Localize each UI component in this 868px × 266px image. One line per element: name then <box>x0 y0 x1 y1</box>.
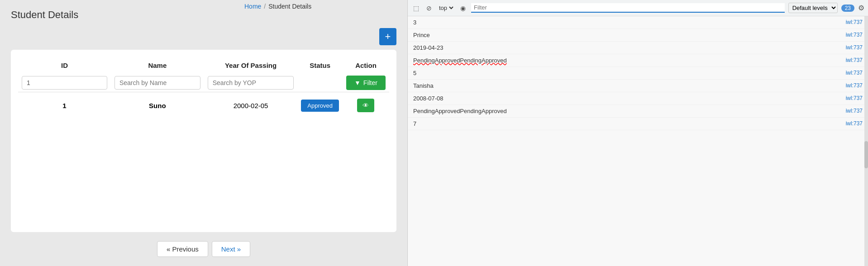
devtools-entry: 7 iwl:737 <box>408 118 868 130</box>
devtools-entry: 5 iwl:737 <box>408 67 868 80</box>
devtools-filter-input[interactable] <box>471 3 785 13</box>
row-yop: 2000-02-05 <box>204 92 298 119</box>
row-name: Suno <box>111 92 204 119</box>
status-button[interactable]: Approved <box>301 100 339 112</box>
col-action: Action <box>343 57 389 74</box>
col-id: ID <box>18 57 111 74</box>
devtools-toolbar: ⬚ ⊘ top ◉ Default levels 23 ⚙ <box>408 0 868 16</box>
entry-link[interactable]: iwl:737 <box>846 57 863 63</box>
add-button[interactable]: + <box>379 28 396 45</box>
entry-link[interactable]: iwl:737 <box>846 120 863 127</box>
filter-row: ▼ Filter <box>18 74 389 92</box>
visible-icon-button[interactable]: ◉ <box>458 4 467 13</box>
entry-text-underline: PendingApprovedPendingApproved <box>413 57 840 64</box>
eye-icon: 👁 <box>362 102 369 109</box>
entry-text: 3 <box>413 19 840 26</box>
right-panel: ⬚ ⊘ top ◉ Default levels 23 ⚙ 3 iwl:737 … <box>407 0 868 266</box>
message-counter: 23 <box>841 5 854 12</box>
table-container: ID Name Year Of Passing Status Action <box>11 50 396 232</box>
entry-text: 7 <box>413 120 840 127</box>
row-status-cell: Approved <box>297 92 343 119</box>
table-row: 1 Suno 2000-02-05 Approved 👁 <box>18 92 389 119</box>
entry-link[interactable]: iwl:737 <box>846 19 863 25</box>
entry-text: 2019-04-23 <box>413 44 840 51</box>
devtools-content: 3 iwl:737 Prince iwl:737 2019-04-23 iwl:… <box>408 16 868 266</box>
scrollbar-track[interactable] <box>864 16 868 266</box>
id-filter-input[interactable] <box>22 76 107 90</box>
devtools-entry: Tanisha iwl:737 <box>408 80 868 92</box>
breadcrumb-current: Student Details <box>268 3 311 10</box>
devtools-entry: PendingApprovedPendingApproved iwl:737 <box>408 105 868 118</box>
left-panel: Student Details + ID Name Year Of Passin… <box>0 0 407 266</box>
devtools-entry: 2008-07-08 iwl:737 <box>408 92 868 105</box>
entry-link[interactable]: iwl:737 <box>846 70 863 76</box>
col-name: Name <box>111 57 204 74</box>
pagination: « Previous Next » <box>11 241 396 257</box>
entry-link[interactable]: iwl:737 <box>846 44 863 51</box>
page-title: Student Details <box>11 9 396 21</box>
entry-link[interactable]: iwl:737 <box>846 82 863 89</box>
devtools-entry: 2019-04-23 iwl:737 <box>408 42 868 54</box>
devtools-entry: 3 iwl:737 <box>408 16 868 29</box>
filter-button[interactable]: ▼ Filter <box>346 76 386 90</box>
col-status: Status <box>297 57 343 74</box>
levels-selector[interactable]: Default levels <box>788 3 838 13</box>
scrollbar-thumb[interactable] <box>864 141 868 168</box>
row-id: 1 <box>18 92 111 119</box>
devtools-entry: Prince iwl:737 <box>408 29 868 42</box>
entry-text: 2008-07-08 <box>413 95 840 102</box>
previous-button[interactable]: « Previous <box>157 241 208 257</box>
breadcrumb-separator: / <box>264 3 266 10</box>
devtools-entry: PendingApprovedPendingApproved iwl:737 <box>408 54 868 67</box>
no-entry-button[interactable]: ⊘ <box>424 4 434 13</box>
next-button[interactable]: Next » <box>212 241 250 257</box>
yop-filter-input[interactable] <box>208 76 294 90</box>
table-header-row: ID Name Year Of Passing Status Action <box>18 57 389 74</box>
entry-link[interactable]: iwl:737 <box>846 32 863 38</box>
inspect-element-button[interactable]: ⬚ <box>411 4 421 13</box>
filter-icon: ▼ <box>354 79 361 86</box>
name-filter-input[interactable] <box>114 76 200 90</box>
row-action-cell: 👁 <box>343 92 389 119</box>
entry-link[interactable]: iwl:737 <box>846 95 863 101</box>
entry-link[interactable]: iwl:737 <box>846 108 863 114</box>
context-selector[interactable]: top <box>437 4 455 12</box>
entry-text: PendingApprovedPendingApproved <box>413 108 840 114</box>
breadcrumb-home-link[interactable]: Home <box>244 3 261 10</box>
entry-text: Prince <box>413 32 840 38</box>
view-button[interactable]: 👁 <box>357 99 374 112</box>
entry-text: 5 <box>413 70 840 76</box>
settings-button[interactable]: ⚙ <box>858 4 864 12</box>
filter-button-label: Filter <box>363 79 377 86</box>
entry-text: Tanisha <box>413 82 840 89</box>
students-table: ID Name Year Of Passing Status Action <box>18 57 389 119</box>
col-yop: Year Of Passing <box>204 57 298 74</box>
